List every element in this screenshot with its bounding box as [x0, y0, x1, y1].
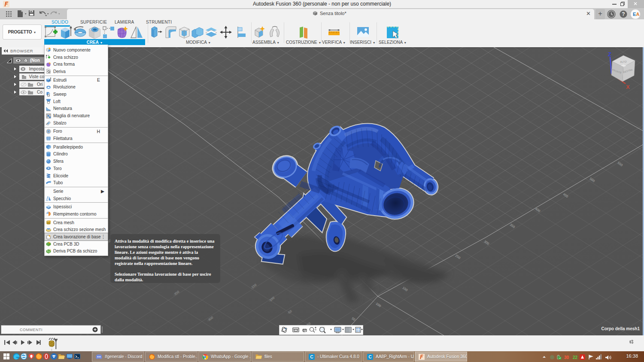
svg-text:?: ?: [622, 11, 625, 17]
svg-text:C: C: [310, 354, 313, 359]
svg-text:X: X: [626, 84, 630, 90]
svg-text:22: 22: [573, 355, 578, 360]
svg-text:E: E: [633, 12, 636, 17]
svg-text:A: A: [636, 12, 640, 17]
svg-text:Z: Z: [608, 51, 611, 58]
svg-text:ALTO: ALTO: [620, 60, 627, 63]
svg-text:C: C: [368, 354, 371, 359]
svg-text:30: 30: [564, 355, 569, 360]
